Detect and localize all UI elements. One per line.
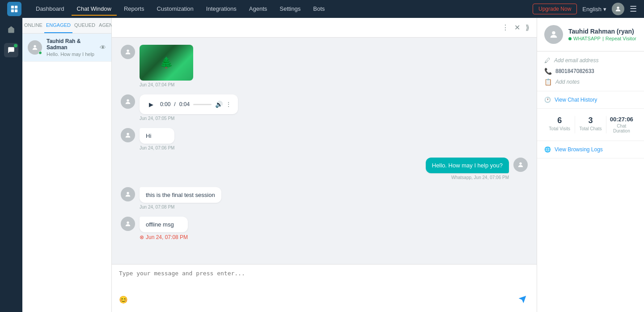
email-row[interactable]: 🖊 Add email address xyxy=(544,57,637,64)
more-options-icon[interactable]: ⋮ xyxy=(502,23,509,32)
message-source: Whatsapp xyxy=(451,175,471,180)
phone-value: 8801847082633 xyxy=(555,68,594,74)
menu-icon[interactable]: ☰ xyxy=(630,4,637,14)
eye-icon[interactable]: 👁 xyxy=(100,44,106,51)
audio-play-button[interactable]: ▶ xyxy=(146,99,157,110)
audio-progress-bar[interactable] xyxy=(193,104,212,105)
tab-engaged[interactable]: ENGAGED xyxy=(44,18,72,33)
nav-dashboard[interactable]: Dashboard xyxy=(30,3,70,16)
svg-point-4 xyxy=(617,7,619,9)
message-content: Hi Jun 24, 07:06 PM xyxy=(140,128,174,150)
right-panel-header: Tauhid Rahman (ryan) WHATSAPP | Repeat V… xyxy=(537,18,644,51)
nav-agents[interactable]: Agents xyxy=(244,3,272,16)
sender-avatar xyxy=(121,94,135,109)
status-dot xyxy=(568,37,572,40)
notes-row[interactable]: 📋 Add notes xyxy=(544,78,637,85)
message-time-offline: ⊗ Jun 24, 07:08 PM xyxy=(140,234,188,240)
chat-list-item[interactable]: Tauhid Rah & Sadman Hello. How may I hel… xyxy=(22,34,111,62)
audio-total-time: 0:04 xyxy=(179,101,190,107)
user-avatar[interactable] xyxy=(612,3,624,15)
email-icon: 🖊 xyxy=(544,57,551,64)
language-selector[interactable]: English ▾ xyxy=(582,6,606,13)
notes-icon: 📋 xyxy=(544,78,552,85)
email-label: Add email address xyxy=(554,57,598,64)
sender-avatar xyxy=(121,45,135,59)
input-area: 😊 xyxy=(112,264,537,312)
emoji-icon[interactable]: 😊 xyxy=(119,295,128,304)
left-sidebar xyxy=(0,18,22,312)
message-time-outgoing: Whatsapp, Jun 24, 07:06 PM xyxy=(451,175,509,180)
messages-area[interactable]: 🌲 Jun 24, 07:04 PM ▶ 0:00 / 0:04 xyxy=(112,38,537,264)
message-row-offline: offline msg ⊗ Jun 24, 07:08 PM xyxy=(121,217,528,240)
svg-rect-2 xyxy=(11,9,14,12)
nav-chat-window[interactable]: Chat Window xyxy=(72,3,117,16)
svg-point-11 xyxy=(127,222,129,224)
svg-rect-1 xyxy=(15,6,17,9)
send-button[interactable] xyxy=(515,292,530,307)
sender-avatar xyxy=(121,128,135,142)
audio-message-content: ▶ 0:00 / 0:04 🔊 ⋮ Jun 24, 07:05 PM xyxy=(140,94,238,121)
tab-online[interactable]: ONLINE xyxy=(22,18,44,33)
nav-reports[interactable]: Reports xyxy=(119,3,150,16)
message-row: Hi Jun 24, 07:06 PM xyxy=(121,128,528,150)
message-time: Jun 24, 07:05 PM xyxy=(140,116,238,121)
chat-item-actions: 👁 xyxy=(100,44,106,51)
view-browsing-logs-link[interactable]: 🌐 View Browsing Logs xyxy=(537,141,644,158)
close-icon[interactable]: ✕ xyxy=(514,23,520,32)
offline-icon: ⊗ xyxy=(140,234,144,240)
tab-queued[interactable]: QUEUED xyxy=(72,18,97,33)
audio-volume-icon[interactable]: 🔊 xyxy=(215,101,223,108)
message-content: 🌲 Jun 24, 07:04 PM xyxy=(140,45,193,87)
svg-point-8 xyxy=(127,133,129,135)
sidebar-icon-chat[interactable] xyxy=(4,43,18,57)
lang-arrow-icon: ▾ xyxy=(603,6,606,13)
view-chat-history-link[interactable]: 🕐 View Chat History xyxy=(537,91,644,109)
upgrade-button[interactable]: Upgrade Now xyxy=(533,4,577,14)
message-bubble-incoming: Hi xyxy=(140,128,174,144)
nav-bots[interactable]: Bots xyxy=(308,3,330,16)
message-content: this is the final test session Jun 24, 0… xyxy=(140,187,221,209)
stat-total-visits: 6 Total Visits xyxy=(544,116,575,133)
message-row: ▶ 0:00 / 0:04 🔊 ⋮ Jun 24, 07:05 PM xyxy=(121,94,528,121)
right-panel: Tauhid Rahman (ryan) WHATSAPP | Repeat V… xyxy=(537,18,644,312)
message-bubble-outgoing: Hello. How may I help you? xyxy=(426,158,509,173)
message-time: Jun 24, 07:04 PM xyxy=(140,82,193,87)
audio-icons: 🔊 ⋮ xyxy=(215,101,232,108)
svg-rect-3 xyxy=(15,9,17,12)
message-input[interactable] xyxy=(119,270,530,288)
audio-more-icon[interactable]: ⋮ xyxy=(225,101,232,108)
online-dot xyxy=(38,51,42,55)
input-actions: 😊 xyxy=(119,295,128,304)
total-visits-label: Total Visits xyxy=(546,126,573,131)
audio-separator: / xyxy=(174,101,175,107)
outgoing-message-content: Hello. How may I help you? Whatsapp, Jun… xyxy=(426,158,509,180)
message-row: this is the final test session Jun 24, 0… xyxy=(121,187,528,209)
nav-customization[interactable]: Customization xyxy=(151,3,199,16)
total-chats-label: Total Chats xyxy=(577,126,604,131)
svg-point-6 xyxy=(127,50,129,52)
nav-integrations[interactable]: Integrations xyxy=(201,3,242,16)
nav-settings[interactable]: Settings xyxy=(274,3,306,16)
view-browsing-logs-label: View Browsing Logs xyxy=(555,146,603,153)
message-row: 🌲 Jun 24, 07:04 PM xyxy=(121,45,528,87)
audio-bubble: ▶ 0:00 / 0:04 🔊 ⋮ xyxy=(140,94,238,114)
right-user-name: Tauhid Rahman (ryan) xyxy=(568,28,636,35)
right-panel-contact: 🖊 Add email address 📞 8801847082633 📋 Ad… xyxy=(537,51,644,91)
chat-item-avatar xyxy=(28,40,42,55)
message-bubble-offline: offline msg xyxy=(140,217,188,232)
expand-icon[interactable]: ⟫ xyxy=(525,23,530,32)
svg-point-5 xyxy=(34,45,36,47)
audio-current-time: 0:00 xyxy=(160,101,170,107)
right-user-avatar xyxy=(544,25,563,44)
app-logo xyxy=(7,2,21,16)
message-row-outgoing: Hello. How may I help you? Whatsapp, Jun… xyxy=(121,158,528,180)
sender-avatar xyxy=(121,187,135,201)
notes-label: Add notes xyxy=(555,79,580,85)
offline-message-content: offline msg ⊗ Jun 24, 07:08 PM xyxy=(140,217,188,240)
top-navigation: Dashboard Chat Window Reports Customizat… xyxy=(0,0,644,18)
sidebar-icon-home[interactable] xyxy=(4,22,18,37)
stat-total-chats: 3 Total Chats xyxy=(575,116,606,133)
nav-right-actions: Upgrade Now English ▾ ☰ xyxy=(533,3,637,15)
phone-row[interactable]: 📞 8801847082633 xyxy=(544,68,637,75)
browsing-icon: 🌐 xyxy=(544,146,551,153)
